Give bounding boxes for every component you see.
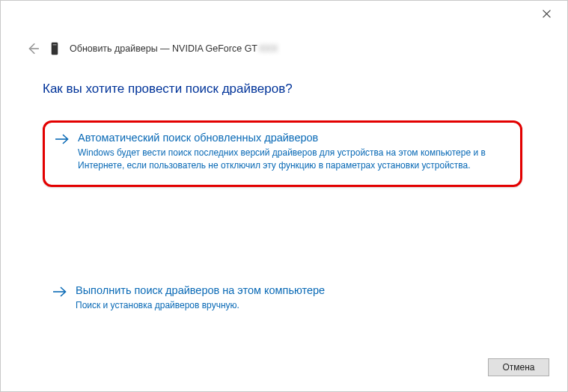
option-auto-desc: Windows будет вести поиск последних верс… (78, 147, 507, 173)
arrow-right-icon (53, 286, 67, 298)
back-button[interactable] (26, 42, 40, 55)
content-area: Как вы хотите провести поиск драйверов? … (43, 82, 522, 324)
arrow-right-icon (55, 133, 69, 145)
title-prefix: Обновить драйверы — (70, 43, 172, 54)
footer: Отмена (488, 358, 549, 376)
svg-rect-4 (53, 44, 57, 46)
option-manual-search[interactable]: Выполнить поиск драйверов на этом компью… (43, 275, 522, 324)
dialog-title: Обновить драйверы — NVIDIA GeForce GTXXX (70, 43, 278, 54)
spacer (43, 187, 522, 275)
option-manual-desc: Поиск и установка драйверов вручную. (76, 299, 509, 312)
dialog-window: Обновить драйверы — NVIDIA GeForce GTXXX… (0, 0, 568, 392)
header-row: Обновить драйверы — NVIDIA GeForce GTXXX (26, 41, 542, 56)
titlebar (1, 1, 567, 25)
cancel-button[interactable]: Отмена (488, 358, 549, 376)
device-name: NVIDIA GeForce GT (172, 43, 257, 54)
close-icon (543, 10, 551, 18)
device-name-blurred: XXX (259, 43, 278, 54)
device-icon (49, 41, 61, 56)
option-auto-search[interactable]: Автоматический поиск обновленных драйвер… (43, 120, 522, 187)
back-arrow-icon (26, 42, 40, 55)
option-manual-title: Выполнить поиск драйверов на этом компью… (76, 284, 509, 296)
option-auto-title: Автоматический поиск обновленных драйвер… (78, 132, 507, 144)
page-heading: Как вы хотите провести поиск драйверов? (43, 82, 522, 97)
close-button[interactable] (536, 7, 557, 22)
